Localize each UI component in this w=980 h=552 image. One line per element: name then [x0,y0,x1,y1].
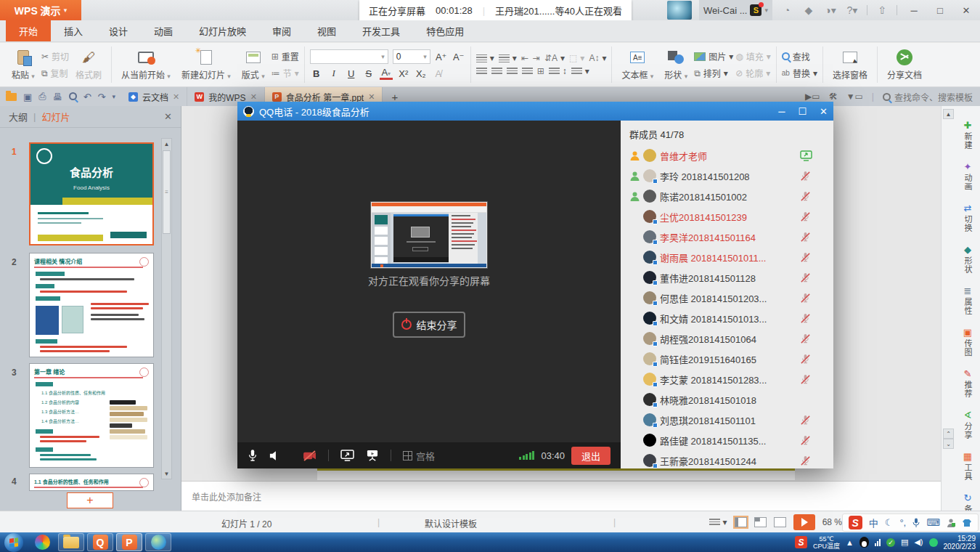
tray-sogou-icon[interactable]: S [795,536,807,548]
arrange-button[interactable]: ⧉排列 ▾ [694,67,733,79]
clear-format-button[interactable]: A̸ [432,68,445,79]
close-tab-icon[interactable]: ✕ [250,92,257,102]
cut-button[interactable]: ✂剪切 [41,50,69,62]
start-button[interactable] [4,533,23,552]
member-row[interactable]: 刘思琪2018141501101 [621,410,833,430]
menu-tab-1[interactable]: 开始 [6,20,51,41]
member-row[interactable]: 谢雨晨 2018141501011... [621,247,833,267]
sidebar-tool-分享[interactable]: ∢分享 [962,410,973,439]
decrease-indent-button[interactable]: ⇤ [521,53,528,63]
sidebar-tool-属性[interactable]: ≣属性 [962,286,973,315]
scrollbar-thumb[interactable]: ≡ [163,150,171,234]
tray-green-icon[interactable] [929,538,938,547]
tray-volume-icon[interactable]: ◀) [914,537,923,547]
strikethrough-button[interactable]: S [362,68,375,79]
save-icon[interactable]: ▣ [23,92,32,102]
sidebar-tool-工具[interactable]: ▦工具 [962,452,973,481]
qq-title-bar[interactable]: QQ电话 - 2018级食品分析 ─ ☐ ✕ [237,102,833,121]
scroll-down-icon[interactable]: ▼ [162,468,171,479]
tray-clock[interactable]: 15:292020/2/23 [944,535,976,551]
bold-button[interactable]: B [310,68,323,79]
play-from-current-button[interactable]: 从当前开始 ▾ [117,45,175,84]
sidebar-tool-推荐[interactable]: ✎推荐 [962,369,973,398]
redo-icon[interactable]: ↷ [98,92,106,102]
member-row[interactable]: 曾维才老师 [621,145,833,166]
layout-button[interactable]: 版式 ▾ [237,45,269,84]
justify-button[interactable] [522,68,533,76]
ime-keyboard-icon[interactable]: ⌨ [926,517,940,528]
member-row[interactable]: 李玲 2018141501208 [621,166,833,186]
align-right-button[interactable] [507,68,518,76]
taskbar-browser-icon[interactable] [145,533,171,551]
ime-language-icon[interactable]: 中 [869,516,878,529]
close-tab-icon[interactable]: ✕ [173,92,179,102]
ime-moon-icon[interactable]: ☾ [885,517,894,528]
mic-icon[interactable] [248,449,258,462]
outline-button[interactable]: ⊘轮廓 ▾ [735,67,771,79]
member-row[interactable]: 王新豪2018141501244 [621,450,833,468]
tab-outline[interactable]: 大纲 [9,110,28,123]
previous-slide-icon[interactable]: ⌃ [943,429,954,439]
account-avatar[interactable] [667,1,692,20]
sidebar-tool-形状[interactable]: ◆形状 [962,245,973,274]
help-icon[interactable]: ?▾ [845,4,859,16]
close-tab-icon[interactable]: ✕ [368,92,375,102]
slideshow-mini-icon[interactable]: ▶▭ [805,92,820,102]
command-search-input[interactable]: 查找命令、搜索模板 [883,91,973,103]
text-box-style-button[interactable]: ⬚▾ [569,53,584,63]
char-spacing-button[interactable]: A↕▾ [589,53,606,63]
slide-thumbnail-4[interactable]: 1.1 食品分析的性质、任务和作用 [29,474,154,491]
share-document-button[interactable]: 分享文档 [883,45,926,84]
account-menu[interactable]: Wei-Cai ... S ▾ [699,0,772,20]
scroll-up-icon[interactable]: ▲ [162,139,171,149]
whiteboard-icon[interactable] [366,450,379,461]
member-row[interactable]: 和文婧 2018141501013... [621,308,833,328]
slide-sorter-view-button[interactable] [754,517,767,527]
new-document-tab-button[interactable]: + [383,91,407,103]
folder-mini-icon[interactable]: ▼▭ [846,92,863,102]
ime-mic-icon[interactable] [912,518,920,528]
member-row[interactable]: 何思佳 2018141501203... [621,288,833,308]
section-button[interactable]: ≔节 ▾ [271,67,299,79]
align-left-button[interactable] [476,68,487,76]
subscript-button[interactable]: X₂ [415,68,428,79]
tray-expand-icon[interactable]: ▲ [846,538,854,547]
member-row[interactable]: 简钰佳2019151640165 [621,349,833,369]
member-row[interactable]: 陈诺2018141501002 [621,186,833,206]
superscript-button[interactable]: X² [397,68,410,79]
italic-button[interactable]: I [327,68,340,79]
member-row[interactable]: 李昊洋2018141501164 [621,227,833,247]
member-row[interactable]: 林晓雅2018141501018 [621,389,833,410]
menu-tab-3[interactable]: 设计 [96,20,141,41]
speaker-icon[interactable] [269,450,281,461]
print-preview-icon[interactable] [69,92,77,102]
line-spacing-button[interactable]: ↕ [549,66,567,76]
underline-button[interactable]: U [345,68,358,79]
member-row[interactable]: 胡桎强2018141501064 [621,328,833,349]
add-slide-button[interactable]: + [67,492,113,508]
picture-button[interactable]: 图片 ▾ [694,50,733,62]
paste-button[interactable]: 粘贴 ▾ [7,45,39,84]
taskbar-explorer-icon[interactable] [58,533,84,551]
taskbar-messenger-icon[interactable] [29,533,55,551]
ime-user-icon[interactable] [947,518,955,527]
qq-minimize-button[interactable]: ─ [778,106,785,117]
sync-icon[interactable]: ◔ [780,4,794,16]
close-button[interactable]: ✕ [957,5,976,16]
menu-tab-5[interactable]: 幻灯片放映 [186,20,259,41]
member-row[interactable]: 尘优2018141501239 [621,206,833,227]
sidebar-tool-传图[interactable]: ▣传图 [962,328,973,357]
qq-maximize-button[interactable]: ☐ [798,106,807,117]
customize-quickbar-icon[interactable]: ▾ [113,93,116,100]
end-share-button[interactable]: 结束分享 [393,312,465,338]
numbering-button[interactable]: ▾ [499,53,517,63]
zoom-level[interactable]: 68 % [822,517,842,527]
align-center-button[interactable] [491,68,502,76]
format-painter-button[interactable]: 🖌 格式刷 [71,45,106,84]
next-slide-icon[interactable]: ⌄ [943,439,954,449]
sidebar-tool-切换[interactable]: ⇄切换 [962,203,973,232]
open-file-icon[interactable] [6,93,17,101]
textbox-button[interactable]: A≡ 文本框 ▾ [617,45,658,84]
minimize-button[interactable]: ─ [905,5,923,16]
tray-qq-icon[interactable] [859,537,869,548]
